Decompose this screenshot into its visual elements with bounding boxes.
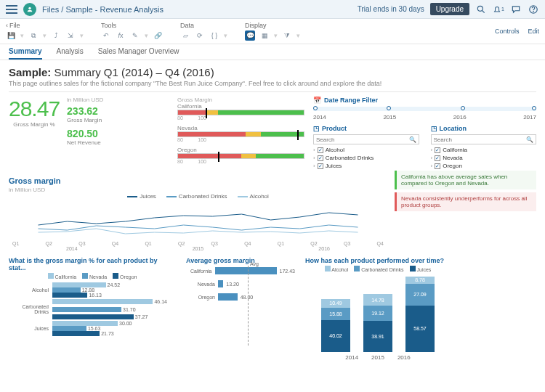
filter-item[interactable]: ›✓Oregon [431, 163, 537, 169]
callouts: California has above average sales when … [395, 171, 536, 251]
bar [52, 287, 81, 293]
help-icon[interactable] [528, 4, 539, 15]
bar [52, 293, 87, 298]
checkbox[interactable]: ✓ [435, 163, 440, 169]
bar [52, 307, 121, 312]
comment-icon[interactable]: 💬 [245, 30, 255, 41]
topbar: Files / Sample - Revenue Analysis Trial … [0, 0, 545, 19]
menu-icon[interactable] [6, 5, 17, 14]
date-range-slider[interactable] [313, 107, 536, 111]
line-plot [9, 200, 387, 240]
filter-item[interactable]: ›✓Nevada [431, 155, 537, 161]
calendar-icon: 📅 [313, 97, 321, 104]
toolbar-file: ‹File 💾▾ ⧉▾ ⤴ ⇲▾ [6, 22, 84, 44]
bar [52, 299, 153, 304]
checkbox[interactable]: ✓ [435, 155, 440, 161]
tab-sales-manager[interactable]: Sales Manager Overview [98, 47, 179, 60]
stack-segment: 8.78 [405, 277, 435, 284]
grid-icon[interactable]: ▦ [259, 30, 270, 41]
filter-item[interactable]: ›✓Alcohol [313, 147, 419, 153]
slider-track[interactable] [177, 110, 304, 115]
kpi-gross-margin: 233.62Gross Margin [67, 105, 103, 123]
filter-item[interactable]: ›✓Juices [313, 163, 419, 169]
location-search[interactable]: 🔍 [431, 134, 537, 144]
bar [215, 267, 277, 274]
stack-column: 40.0215.8810.49 [321, 299, 350, 352]
slider-row: California80100 [177, 103, 304, 121]
filter-item[interactable]: ›✓California [431, 147, 537, 153]
bar [52, 321, 118, 326]
vars-icon[interactable]: { } [209, 30, 219, 41]
kpi-gross-margin-pct: 28.47 Gross Margin % [9, 97, 60, 171]
toolbar-data: Data ▱ ⟳ { }▾ [180, 22, 227, 44]
undo-icon[interactable]: ↶ [101, 30, 111, 41]
link-icon[interactable]: 🔗 [153, 30, 163, 41]
stack-segment: 27.09 [405, 284, 435, 306]
controls-link[interactable]: Controls [495, 28, 520, 35]
share-icon[interactable]: ⤴ [51, 30, 61, 41]
breadcrumb-current[interactable]: Sample - Revenue Analysis [65, 5, 164, 14]
back-icon[interactable]: ‹ [6, 22, 8, 29]
callout-negative: Nevada consistently underperforms for ac… [395, 192, 536, 211]
filters-panel: 📅Date Range Filter 2014201520162017 ◳Pro… [313, 97, 536, 171]
page-title: Sample: Sample: Summary Q1 (2014) – Q4 (… [9, 66, 536, 78]
svg-line-2 [483, 10, 485, 12]
search-icon[interactable]: 🔍 [526, 136, 533, 143]
breadcrumb-root[interactable]: Files [42, 5, 59, 14]
formula-icon[interactable]: fx [116, 30, 126, 41]
stack-segment: 14.78 [363, 294, 392, 306]
stack-segment: 58.57 [405, 306, 435, 352]
stack-segment: 38.91 [363, 321, 392, 352]
location-filter: ◳Location 🔍 ›✓California›✓Nevada›✓Oregon [431, 125, 537, 171]
cube-icon: ◳ [431, 125, 437, 132]
sliders-block: Gross Margin California80100Nevada80100O… [177, 97, 304, 171]
edit-icon[interactable]: ✎ [130, 30, 140, 41]
checkbox[interactable]: ✓ [318, 147, 323, 153]
bar [52, 282, 106, 287]
product-search[interactable]: 🔍 [313, 134, 419, 144]
copy-icon[interactable]: ⧉ [28, 30, 39, 41]
bar [52, 331, 100, 336]
bar [52, 326, 86, 331]
search-icon[interactable]: 🔍 [409, 136, 416, 143]
chat-icon[interactable] [510, 4, 522, 15]
bar [52, 314, 134, 319]
toolbar-tools: Tools ↶ fx ✎▾ 🔗 [101, 22, 163, 44]
checkbox[interactable]: ✓ [318, 155, 323, 161]
cube-icon: ◳ [313, 125, 320, 132]
tab-analysis[interactable]: Analysis [57, 47, 84, 60]
stack-segment: 15.88 [321, 308, 350, 320]
svg-point-4 [533, 11, 534, 12]
slider-row: Oregon80100 [177, 147, 304, 164]
filter-icon[interactable]: ▱ [180, 30, 190, 41]
stack-segment: 10.49 [321, 299, 350, 308]
line-legend: Juices Carbonated Drinks Alcohol [9, 193, 387, 200]
slider-track[interactable] [177, 153, 304, 159]
bookmark-icon[interactable]: ⧩ [282, 30, 292, 41]
breadcrumb[interactable]: Files / Sample - Revenue Analysis [42, 5, 164, 14]
toolbar: ‹File 💾▾ ⧉▾ ⤴ ⇲▾ Tools ↶ fx ✎▾ 🔗 Data ▱ … [0, 19, 545, 44]
checkbox[interactable]: ✓ [435, 147, 440, 153]
svg-point-1 [477, 6, 483, 11]
refresh-icon[interactable]: ⟳ [195, 30, 205, 41]
product-filter: ◳Product 🔍 ›✓Alcohol›✓Carbonated Drinks›… [313, 125, 419, 171]
page-subtitle: This page outlines sales for the fiction… [9, 80, 536, 87]
checkbox[interactable]: ✓ [318, 163, 323, 169]
save-icon[interactable]: 💾 [6, 30, 16, 41]
upgrade-button[interactable]: Upgrade [430, 3, 469, 15]
trial-text: Trial ends in 30 days [358, 5, 424, 13]
callout-positive: California has above average sales when … [395, 171, 536, 189]
export-icon[interactable]: ⇲ [65, 30, 76, 41]
stacked-bar-chart: How has each product performed over time… [305, 257, 451, 361]
page-tabs: Summary Analysis Sales Manager Overview [0, 44, 545, 60]
tab-summary[interactable]: Summary [9, 47, 42, 60]
search-icon[interactable] [475, 4, 487, 15]
edit-link[interactable]: Edit [528, 28, 539, 35]
avatar[interactable] [23, 3, 36, 16]
stack-segment: 40.02 [321, 320, 350, 352]
svg-point-0 [28, 7, 31, 9]
notifications-icon[interactable]: 1 [493, 4, 504, 15]
filter-item[interactable]: ›✓Carbonated Drinks [313, 155, 419, 161]
slider-track[interactable] [177, 131, 304, 137]
kpi-net-revenue: 820.50Net Revenue [67, 128, 103, 146]
